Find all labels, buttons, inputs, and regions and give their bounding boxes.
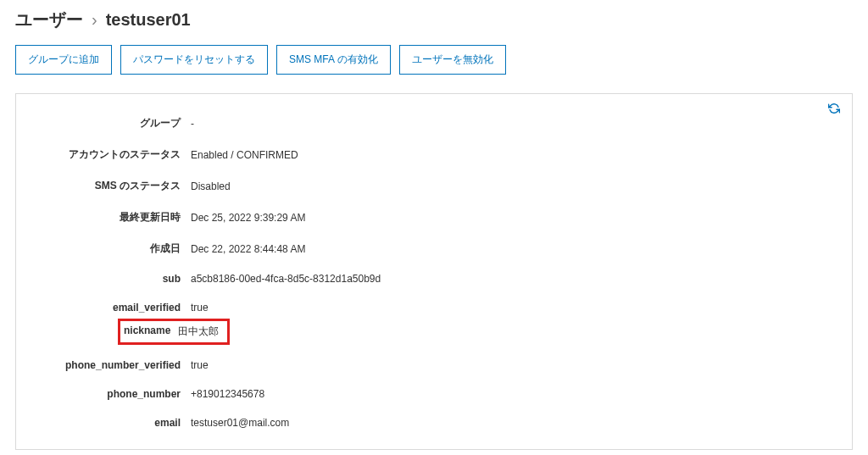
detail-row-sub: sub a5cb8186-00ed-4fca-8d5c-8312d1a50b9d [25,264,386,293]
value-email: testuser01@mail.com [186,408,386,437]
disable-user-button[interactable]: ユーザーを無効化 [399,45,506,75]
value-created: Dec 22, 2022 8:44:48 AM [186,233,386,264]
detail-row-account-status: アカウントのステータス Enabled / CONFIRMED [25,139,386,170]
value-sms-status: Disabled [186,170,386,202]
action-button-row: グループに追加 パスワードをリセットする SMS MFA の有効化 ユーザーを無… [15,45,853,75]
detail-row-nickname: nickname 田中太郎 [25,322,386,351]
label-group: グループ [25,108,186,139]
label-email-verified: email_verified [25,293,186,322]
user-detail-panel: グループ - アカウントのステータス Enabled / CONFIRMED S… [15,93,853,450]
value-phone-number-verified: true [186,351,386,380]
label-sub: sub [25,264,186,293]
detail-row-phone-number-verified: phone_number_verified true [25,351,386,380]
detail-row-email-verified: email_verified true [25,293,386,322]
breadcrumb: ユーザー › testuser01 [15,7,853,31]
breadcrumb-current: testuser01 [106,10,191,30]
detail-row-email: email testuser01@mail.com [25,408,386,437]
value-last-modified: Dec 25, 2022 9:39:29 AM [186,202,386,233]
detail-row-created: 作成日 Dec 22, 2022 8:44:48 AM [25,233,386,264]
user-detail-table: グループ - アカウントのステータス Enabled / CONFIRMED S… [25,108,386,437]
label-phone-number: phone_number [25,380,186,408]
highlight-box: nickname 田中太郎 [118,319,230,345]
enable-sms-mfa-button[interactable]: SMS MFA の有効化 [276,45,391,75]
detail-row-phone-number: phone_number +819012345678 [25,380,386,408]
detail-row-sms-status: SMS のステータス Disabled [25,170,386,202]
add-to-group-button[interactable]: グループに追加 [15,45,112,75]
value-account-status: Enabled / CONFIRMED [186,139,386,170]
label-phone-number-verified: phone_number_verified [25,351,186,380]
label-account-status: アカウントのステータス [25,139,186,170]
label-nickname: nickname [124,325,176,339]
value-email-verified: true [186,293,386,322]
value-phone-number: +819012345678 [186,380,386,408]
reset-password-button[interactable]: パスワードをリセットする [120,45,268,75]
value-group: - [186,108,386,139]
breadcrumb-root[interactable]: ユーザー [15,8,83,31]
value-nickname: 田中太郎 [176,325,224,339]
label-created: 作成日 [25,233,186,264]
detail-row-last-modified: 最終更新日時 Dec 25, 2022 9:39:29 AM [25,202,386,233]
label-sms-status: SMS のステータス [25,170,186,202]
label-email: email [25,408,186,437]
breadcrumb-separator: › [92,10,97,30]
detail-row-group: グループ - [25,108,386,139]
label-last-modified: 最終更新日時 [25,202,186,233]
refresh-icon[interactable] [828,103,842,116]
value-sub: a5cb8186-00ed-4fca-8d5c-8312d1a50b9d [186,264,386,293]
value-cell-nickname: nickname 田中太郎 [186,322,386,351]
